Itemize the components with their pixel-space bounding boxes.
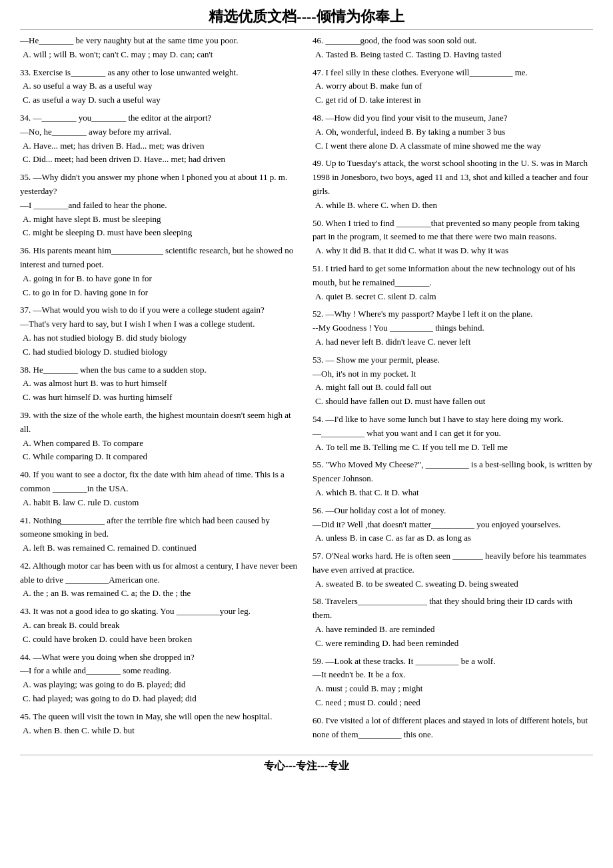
question-options-q43: A. can break B. could breakC. could have… [20, 619, 301, 647]
question-block-q42: 42. Although motor car has been with us … [20, 559, 301, 601]
question-options-q38: A. was almost hurt B. was to hurt himsel… [20, 377, 301, 405]
question-text-q37: 37. —What would you wish to do if you we… [20, 303, 301, 331]
question-block-q37: 37. —What would you wish to do if you we… [20, 303, 301, 359]
question-text-q39: 39. with the size of the whole earth, th… [20, 409, 301, 437]
question-block-q33: 33. Exercise is________ as any other to … [20, 66, 301, 107]
question-options-q51: A. quiet B. secret C. silent D. calm [312, 290, 593, 304]
question-options-q58: A. have reminded B. are remindedC. were … [312, 623, 593, 651]
footer: 专心---专注---专业 [20, 755, 593, 773]
question-text-q52: 52. —Why ! Where's my passport? Maybe I … [312, 307, 593, 335]
question-block-q38: 38. He________ when the bus came to a su… [20, 363, 301, 405]
question-options-q_he: A. will ; will B. won't; can't C. may ; … [20, 48, 301, 62]
question-options-q47: A. worry about B. make fun ofC. get rid … [312, 79, 593, 107]
question-text-q45: 45. The queen will visit the town in May… [20, 710, 301, 724]
question-options-q54: A. To tell me B. Telling me C. If you te… [312, 441, 593, 455]
question-options-q48: A. Oh, wonderful, indeed B. By taking a … [312, 125, 593, 153]
question-block-q44: 44. —What were you doing when she droppe… [20, 651, 301, 706]
right-column: 46. ________good, the food was soon sold… [312, 34, 593, 745]
question-block-q34: 34. —________ you________ the editor at … [20, 111, 301, 167]
question-text-q35: 35. —Why didn't you answer my phone when… [20, 171, 301, 212]
left-column: —He________ be very naughty but at the s… [20, 34, 301, 745]
question-block-q39: 39. with the size of the whole earth, th… [20, 409, 301, 464]
question-text-q42: 42. Although motor car has been with us … [20, 559, 301, 587]
question-options-q45: A. when B. then C. while D. but [20, 724, 301, 738]
question-options-q50: A. why it did B. that it did C. what it … [312, 244, 593, 258]
page-title: 精选优质文档----倾情为你奉上 [20, 7, 593, 30]
question-text-q57: 57. O'Neal works hard. He is often seen … [312, 549, 593, 577]
question-text-q51: 51. I tried hard to get some information… [312, 262, 593, 290]
question-block-q43: 43. It was not a good idea to go skating… [20, 605, 301, 646]
question-block-q40: 40. If you want to see a doctor, fix the… [20, 468, 301, 509]
question-text-q60: 60. I've visited a lot of different plac… [312, 714, 593, 742]
question-text-q46: 46. ________good, the food was soon sold… [312, 34, 593, 48]
question-options-q37: A. has not studied biology B. did study … [20, 331, 301, 359]
question-options-q53: A. might fall out B. could fall outC. sh… [312, 381, 593, 409]
question-block-q47: 47. I feel silly in these clothes. Every… [312, 66, 593, 107]
question-text-q36: 36. His parents meant him____________ sc… [20, 244, 301, 272]
question-text-q38: 38. He________ when the bus came to a su… [20, 363, 301, 377]
question-options-q46: A. Tasted B. Being tasted C. Tasting D. … [312, 48, 593, 62]
question-options-q44: A. was playing; was going to do B. playe… [20, 678, 301, 706]
question-block-q50: 50. When I tried to find ________that pr… [312, 217, 593, 258]
question-block-q60: 60. I've visited a lot of different plac… [312, 714, 593, 742]
question-options-q42: A. the ; an B. was remained C. a; the D.… [20, 587, 301, 601]
question-options-q40: A. habit B. law C. rule D. custom [20, 496, 301, 510]
question-text-q34: 34. —________ you________ the editor at … [20, 111, 301, 139]
question-options-q34: A. Have... met; has driven B. Had... met… [20, 139, 301, 167]
question-block-q52: 52. —Why ! Where's my passport? Maybe I … [312, 307, 593, 349]
question-text-q47: 47. I feel silly in these clothes. Every… [312, 66, 593, 80]
question-text-q55: 55. "Who Moved My Cheese?", __________ i… [312, 458, 593, 486]
question-text-q43: 43. It was not a good idea to go skating… [20, 605, 301, 619]
question-block-q51: 51. I tried hard to get some information… [312, 262, 593, 303]
question-block-q56: 56. —Our holiday cost a lot of money.—Di… [312, 504, 593, 545]
question-block-q36: 36. His parents meant him____________ sc… [20, 244, 301, 299]
question-text-q59: 59. —Look at these tracks. It __________… [312, 655, 593, 683]
question-options-q59: A. must ; could B. may ; mightC. need ; … [312, 682, 593, 710]
question-block-q57: 57. O'Neal works hard. He is often seen … [312, 549, 593, 591]
question-block-q58: 58. Travelers________________ that they … [312, 595, 593, 650]
question-block-q48: 48. —How did you find your visit to the … [312, 111, 593, 153]
question-block-q46: 46. ________good, the food was soon sold… [312, 34, 593, 62]
question-text-q_he: —He________ be very naughty but at the s… [20, 34, 301, 48]
question-block-q45: 45. The queen will visit the town in May… [20, 710, 301, 738]
question-options-q33: A. so useful a way B. as a useful wayC. … [20, 79, 301, 107]
question-block-q53: 53. — Show me your permit, please.—Oh, i… [312, 353, 593, 409]
question-block-q54: 54. —I'd like to have some lunch but I h… [312, 413, 593, 454]
question-text-q41: 41. Nothing__________ after the terrible… [20, 514, 301, 542]
question-block-q41: 41. Nothing__________ after the terrible… [20, 514, 301, 555]
question-text-q56: 56. —Our holiday cost a lot of money.—Di… [312, 504, 593, 532]
question-options-q55: A. which B. that C. it D. what [312, 486, 593, 500]
question-text-q48: 48. —How did you find your visit to the … [312, 111, 593, 125]
question-block-q35: 35. —Why didn't you answer my phone when… [20, 171, 301, 240]
question-options-q36: A. going in for B. to have gone in forC.… [20, 272, 301, 300]
question-options-q41: A. left B. was remained C. remained D. c… [20, 541, 301, 555]
question-options-q39: A. When compared B. To compareC. While c… [20, 437, 301, 465]
question-block-q55: 55. "Who Moved My Cheese?", __________ i… [312, 458, 593, 499]
question-block-q49: 49. Up to Tuesday's attack, the worst sc… [312, 157, 593, 212]
question-options-q35: A. might have slept B. must be sleepingC… [20, 213, 301, 241]
question-text-q54: 54. —I'd like to have some lunch but I h… [312, 413, 593, 441]
question-block-q59: 59. —Look at these tracks. It __________… [312, 655, 593, 710]
question-text-q58: 58. Travelers________________ that they … [312, 595, 593, 623]
question-text-q44: 44. —What were you doing when she droppe… [20, 651, 301, 679]
question-block-q_he: —He________ be very naughty but at the s… [20, 34, 301, 62]
question-text-q33: 33. Exercise is________ as any other to … [20, 66, 301, 80]
question-options-q49: A. while B. where C. when D. then [312, 199, 593, 213]
main-content: —He________ be very naughty but at the s… [20, 34, 593, 745]
question-options-q56: A. unless B. in case C. as far as D. as … [312, 531, 593, 545]
question-text-q49: 49. Up to Tuesday's attack, the worst sc… [312, 157, 593, 198]
question-options-q52: A. had never left B. didn't leave C. nev… [312, 335, 593, 349]
question-options-q57: A. sweated B. to be sweated C. sweating … [312, 577, 593, 591]
question-text-q50: 50. When I tried to find ________that pr… [312, 217, 593, 245]
question-text-q40: 40. If you want to see a doctor, fix the… [20, 468, 301, 496]
question-text-q53: 53. — Show me your permit, please.—Oh, i… [312, 353, 593, 381]
